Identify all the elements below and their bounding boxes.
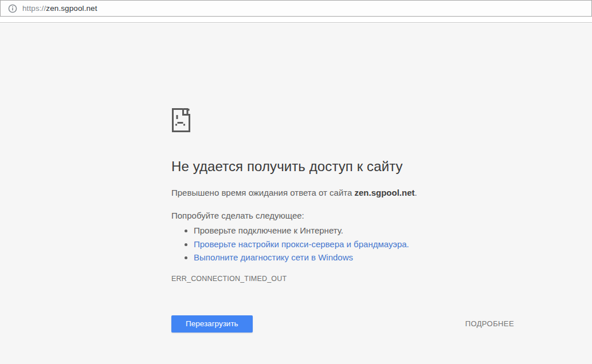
url-scheme: https:// (22, 4, 46, 13)
address-bar[interactable]: https://zen.sgpool.net (0, 0, 592, 17)
network-diagnostics-link[interactable]: Выполните диагностику сети в Windows (194, 252, 353, 262)
browser-chrome-strip (0, 17, 592, 23)
error-code: ERR_CONNECTION_TIMED_OUT (171, 275, 515, 283)
suggestions-heading: Попробуйте сделать следующее: (171, 210, 515, 221)
error-message-domain: zen.sgpool.net (355, 188, 415, 197)
error-content: Не удается получить доступ к сайту Превы… (171, 108, 515, 333)
proxy-firewall-link[interactable]: Проверьте настройки прокси-сервера и бра… (194, 239, 409, 249)
reload-button[interactable]: Перезагрузить (171, 315, 253, 333)
url-host: zen.sgpool.net (46, 4, 97, 13)
url-text[interactable]: https://zen.sgpool.net (22, 4, 97, 13)
error-message-prefix: Превышено время ожидания ответа от сайта (171, 188, 355, 197)
error-page: Не удается получить доступ к сайту Превы… (0, 23, 592, 364)
suggestions-list: Проверьте подключение к Интернету. Прове… (171, 224, 515, 264)
sad-file-icon (171, 108, 191, 133)
error-message-suffix: . (415, 188, 417, 197)
button-row: Перезагрузить ПОДРОБНЕЕ (171, 315, 515, 333)
error-title: Не удается получить доступ к сайту (171, 158, 515, 175)
suggestion-proxy-firewall: Проверьте настройки прокси-сервера и бра… (194, 238, 515, 251)
suggestion-network-diagnostics: Выполните диагностику сети в Windows (194, 251, 515, 264)
error-message: Превышено время ожидания ответа от сайта… (171, 187, 515, 199)
details-button[interactable]: ПОДРОБНЕЕ (464, 316, 515, 331)
suggestion-check-connection: Проверьте подключение к Интернету. (194, 224, 515, 238)
info-icon[interactable] (8, 4, 17, 13)
